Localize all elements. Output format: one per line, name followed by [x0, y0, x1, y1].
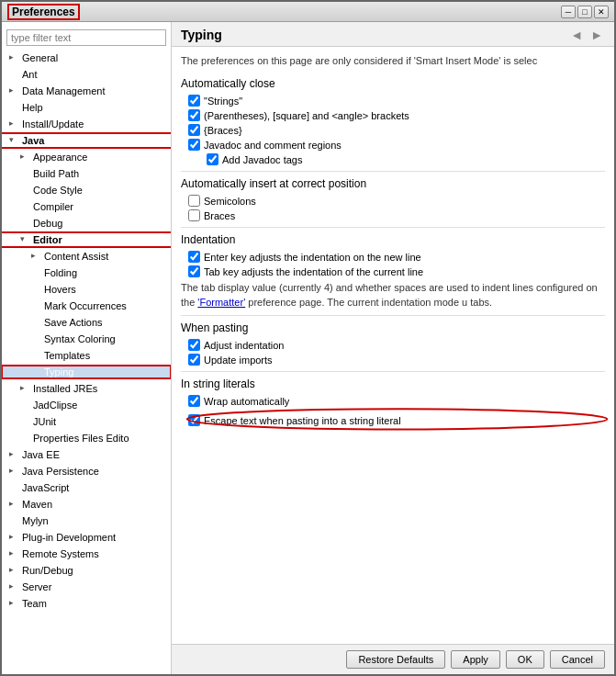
arrow-icon	[9, 548, 20, 559]
arrow-icon	[31, 333, 42, 344]
sidebar-item-javascript[interactable]: JavaScript	[2, 479, 171, 496]
sidebar-item-properties-files[interactable]: Properties Files Edito	[2, 430, 171, 446]
sidebar-item-templates[interactable]: Templates	[2, 347, 171, 364]
braces2-checkbox[interactable]	[188, 209, 200, 221]
sidebar-item-editor[interactable]: Editor	[2, 231, 171, 248]
arrow-icon	[9, 69, 20, 80]
sidebar-item-mark-occurrences[interactable]: Mark Occurrences	[2, 298, 171, 314]
apply-button[interactable]: Apply	[451, 650, 500, 669]
maximize-button[interactable]: □	[577, 6, 592, 18]
javadoc-checkbox[interactable]	[188, 139, 200, 151]
separator3	[181, 315, 605, 316]
add-javadoc-tags-checkbox[interactable]	[207, 153, 218, 165]
page-description: The preferences on this page are only co…	[181, 54, 605, 68]
strings-checkbox[interactable]	[188, 95, 200, 107]
sidebar-item-debug[interactable]: Debug	[2, 215, 171, 231]
content-area: General Ant Data Management Help	[2, 22, 614, 674]
arrow-icon	[31, 267, 42, 278]
sidebar-item-appearance[interactable]: Appearance	[2, 149, 171, 165]
sidebar-item-installed-jres[interactable]: Installed JREs	[2, 380, 171, 397]
javadoc-label: Javadoc and comment regions	[204, 140, 342, 151]
sidebar-item-remote-systems[interactable]: Remote Systems	[2, 546, 171, 562]
sidebar: General Ant Data Management Help	[2, 22, 172, 674]
auto-insert-section-title: Automatically insert at correct position	[181, 177, 605, 190]
sidebar-item-code-style[interactable]: Code Style	[2, 182, 171, 198]
arrow-icon	[31, 317, 42, 328]
arrow-icon	[31, 251, 42, 262]
sidebar-item-folding[interactable]: Folding	[2, 265, 171, 281]
ok-button[interactable]: OK	[506, 650, 544, 669]
sidebar-item-run-debug[interactable]: Run/Debug	[2, 562, 171, 579]
strings-row: "Strings"	[188, 95, 605, 107]
sidebar-item-java-persistence[interactable]: Java Persistence	[2, 463, 171, 479]
sidebar-item-ant[interactable]: Ant	[2, 66, 171, 83]
sidebar-item-server[interactable]: Server	[2, 579, 171, 595]
enter-key-row: Enter key adjusts the indentation on the…	[188, 251, 605, 263]
sidebar-item-content-assist[interactable]: Content Assist	[2, 248, 171, 265]
braces-checkbox[interactable]	[188, 124, 200, 136]
sidebar-item-build-path[interactable]: Build Path	[2, 165, 171, 182]
semicolons-checkbox[interactable]	[188, 195, 200, 207]
sidebar-item-jadclipse[interactable]: JadClipse	[2, 397, 171, 413]
sidebar-item-general[interactable]: General	[2, 50, 171, 66]
arrow-icon	[31, 284, 42, 295]
forward-arrow[interactable]: ►	[588, 28, 605, 42]
tab-key-checkbox[interactable]	[188, 265, 200, 277]
arrow-icon	[20, 433, 31, 444]
restore-defaults-button[interactable]: Restore Defaults	[346, 650, 445, 669]
sidebar-item-help[interactable]: Help	[2, 99, 171, 116]
tab-key-label: Tab key adjusts the indentation of the c…	[204, 266, 423, 277]
sidebar-item-save-actions[interactable]: Save Actions	[2, 314, 171, 331]
sidebar-item-compiler[interactable]: Compiler	[2, 198, 171, 215]
add-javadoc-tags-row: Add Javadoc tags	[207, 153, 605, 165]
sidebar-item-maven[interactable]: Maven	[2, 496, 171, 513]
window-title: Preferences	[7, 4, 80, 20]
close-button[interactable]: ✕	[594, 6, 609, 18]
wrap-automatically-row: Wrap automatically	[188, 395, 605, 407]
sidebar-item-typing[interactable]: Typing	[2, 364, 171, 380]
parentheses-row: (Parentheses), [square] and <angle> brac…	[188, 109, 605, 121]
arrow-icon	[20, 234, 31, 245]
wrap-automatically-checkbox[interactable]	[188, 395, 200, 407]
sidebar-item-hovers[interactable]: Hovers	[2, 281, 171, 298]
update-imports-row: Update imports	[188, 354, 605, 366]
arrow-icon	[9, 52, 20, 63]
sidebar-item-syntax-coloring[interactable]: Syntax Coloring	[2, 331, 171, 347]
formatter-link[interactable]: 'Formatter'	[197, 297, 245, 308]
sidebar-item-junit[interactable]: JUnit	[2, 413, 171, 430]
indentation-section-title: Indentation	[181, 233, 605, 246]
sidebar-item-plugin-development[interactable]: Plug-in Development	[2, 529, 171, 546]
sidebar-item-java-ee[interactable]: Java EE	[2, 446, 171, 463]
arrow-icon	[9, 482, 20, 493]
back-arrow[interactable]: ◄	[568, 28, 585, 42]
cancel-button[interactable]: Cancel	[550, 650, 605, 669]
indentation-info: The tab display value (currently 4) and …	[181, 281, 605, 310]
enter-key-checkbox[interactable]	[188, 251, 200, 263]
parentheses-checkbox[interactable]	[188, 109, 200, 121]
navigation-arrows: ◄ ►	[568, 28, 605, 42]
sidebar-item-data-management[interactable]: Data Management	[2, 83, 171, 99]
escape-text-checkbox[interactable]	[188, 414, 200, 426]
filter-input[interactable]	[6, 29, 166, 46]
adjust-indentation-row: Adjust indentation	[188, 339, 605, 351]
panel-title: Typing	[181, 28, 222, 42]
sidebar-item-java[interactable]: Java	[2, 132, 171, 149]
sidebar-item-team[interactable]: Team	[2, 595, 171, 612]
braces2-label: Braces	[204, 210, 235, 221]
sidebar-item-install-update[interactable]: Install/Update	[2, 116, 171, 132]
arrow-icon	[31, 366, 42, 377]
bottom-buttons: Restore Defaults Apply OK Cancel	[172, 644, 614, 674]
minimize-button[interactable]: ─	[561, 6, 576, 18]
arrow-icon	[9, 515, 20, 526]
strings-label: "Strings"	[204, 96, 242, 107]
escape-text-row: Escape text when pasting into a string l…	[188, 414, 605, 426]
auto-close-section-title: Automatically close	[181, 77, 605, 90]
braces-row: {Braces}	[188, 124, 605, 136]
arrow-icon	[31, 350, 42, 361]
adjust-indentation-checkbox[interactable]	[188, 339, 200, 351]
main-panel: Typing ◄ ► The preferences on this page …	[172, 22, 614, 674]
arrow-icon	[20, 168, 31, 179]
sidebar-item-mylyn[interactable]: Mylyn	[2, 513, 171, 529]
update-imports-checkbox[interactable]	[188, 354, 200, 366]
arrow-icon	[20, 201, 31, 212]
